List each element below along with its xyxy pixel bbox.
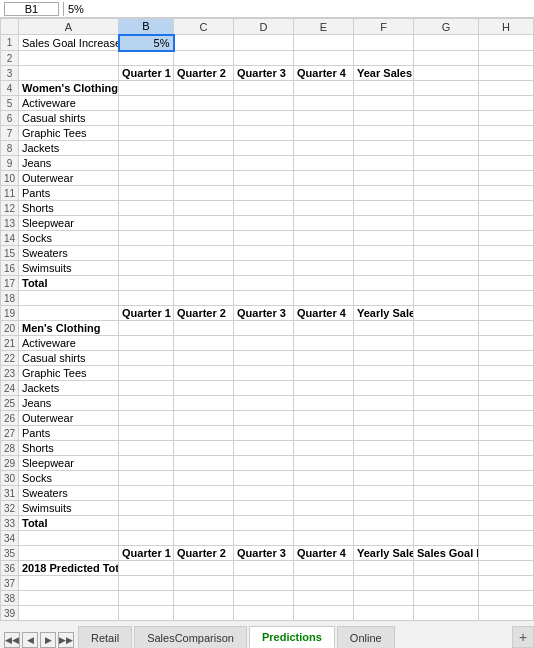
cell-35-2[interactable]: Quarter 2 [174, 546, 234, 561]
cell-30-0[interactable]: Socks [19, 471, 119, 486]
cell-15-1[interactable] [119, 246, 174, 261]
cell-26-5[interactable] [354, 411, 414, 426]
cell-30-7[interactable] [479, 471, 534, 486]
cell-11-1[interactable] [119, 186, 174, 201]
cell-36-0[interactable]: 2018 Predicted Total [19, 561, 119, 576]
cell-15-3[interactable] [234, 246, 294, 261]
cell-17-4[interactable] [294, 276, 354, 291]
cell-32-1[interactable] [119, 501, 174, 516]
cell-39-0[interactable] [19, 606, 119, 621]
cell-25-5[interactable] [354, 396, 414, 411]
cell-5-2[interactable] [174, 96, 234, 111]
cell-31-5[interactable] [354, 486, 414, 501]
cell-7-5[interactable] [354, 126, 414, 141]
cell-21-5[interactable] [354, 336, 414, 351]
cell-39-7[interactable] [479, 606, 534, 621]
cell-18-2[interactable] [174, 291, 234, 306]
cell-19-7[interactable] [479, 306, 534, 321]
cell-26-2[interactable] [174, 411, 234, 426]
cell-27-1[interactable] [119, 426, 174, 441]
col-header-g[interactable]: G [414, 19, 479, 35]
cell-19-0[interactable] [19, 306, 119, 321]
cell-22-4[interactable] [294, 351, 354, 366]
cell-38-2[interactable] [174, 591, 234, 606]
cell-19-4[interactable]: Quarter 4 [294, 306, 354, 321]
cell-12-0[interactable]: Shorts [19, 201, 119, 216]
cell-11-5[interactable] [354, 186, 414, 201]
cell-32-6[interactable] [414, 501, 479, 516]
cell-17-1[interactable] [119, 276, 174, 291]
cell-24-5[interactable] [354, 381, 414, 396]
cell-30-1[interactable] [119, 471, 174, 486]
cell-24-3[interactable] [234, 381, 294, 396]
cell-37-6[interactable] [414, 576, 479, 591]
cell-33-6[interactable] [414, 516, 479, 531]
cell-30-4[interactable] [294, 471, 354, 486]
cell-4-3[interactable] [234, 81, 294, 96]
cell-38-5[interactable] [354, 591, 414, 606]
cell-35-0[interactable] [19, 546, 119, 561]
cell-29-1[interactable] [119, 456, 174, 471]
cell-28-1[interactable] [119, 441, 174, 456]
cell-28-3[interactable] [234, 441, 294, 456]
cell-10-7[interactable] [479, 171, 534, 186]
cell-37-3[interactable] [234, 576, 294, 591]
cell-29-3[interactable] [234, 456, 294, 471]
cell-35-4[interactable]: Quarter 4 [294, 546, 354, 561]
tab-predictions[interactable]: Predictions [249, 626, 335, 648]
cell-4-4[interactable] [294, 81, 354, 96]
cell-4-1[interactable] [119, 81, 174, 96]
cell-14-2[interactable] [174, 231, 234, 246]
cell-29-7[interactable] [479, 456, 534, 471]
cell-3-4[interactable]: Quarter 4 [294, 66, 354, 81]
cell-9-5[interactable] [354, 156, 414, 171]
cell-25-1[interactable] [119, 396, 174, 411]
cell-9-0[interactable]: Jeans [19, 156, 119, 171]
cell-2-6[interactable] [414, 51, 479, 66]
cell-30-2[interactable] [174, 471, 234, 486]
cell-10-1[interactable] [119, 171, 174, 186]
cell-18-1[interactable] [119, 291, 174, 306]
cell-16-1[interactable] [119, 261, 174, 276]
cell-9-2[interactable] [174, 156, 234, 171]
cell-19-2[interactable]: Quarter 2 [174, 306, 234, 321]
cell-12-3[interactable] [234, 201, 294, 216]
cell-36-3[interactable] [234, 561, 294, 576]
cell-15-7[interactable] [479, 246, 534, 261]
tab-salescomparison[interactable]: SalesComparison [134, 626, 247, 648]
cell-7-3[interactable] [234, 126, 294, 141]
cell-35-1[interactable]: Quarter 1 [119, 546, 174, 561]
cell-22-5[interactable] [354, 351, 414, 366]
cell-4-2[interactable] [174, 81, 234, 96]
cell-37-1[interactable] [119, 576, 174, 591]
cell-23-1[interactable] [119, 366, 174, 381]
cell-14-4[interactable] [294, 231, 354, 246]
cell-13-3[interactable] [234, 216, 294, 231]
cell-1-0[interactable]: Sales Goal Increase for 2019 [19, 35, 119, 51]
cell-31-7[interactable] [479, 486, 534, 501]
cell-34-5[interactable] [354, 531, 414, 546]
cell-14-0[interactable]: Socks [19, 231, 119, 246]
tab-retail[interactable]: Retail [78, 626, 132, 648]
cell-3-0[interactable] [19, 66, 119, 81]
cell-4-5[interactable] [354, 81, 414, 96]
cell-12-1[interactable] [119, 201, 174, 216]
cell-31-0[interactable]: Sweaters [19, 486, 119, 501]
cell-2-3[interactable] [234, 51, 294, 66]
cell-23-3[interactable] [234, 366, 294, 381]
cell-35-5[interactable]: Yearly Sales [354, 546, 414, 561]
cell-21-6[interactable] [414, 336, 479, 351]
cell-18-4[interactable] [294, 291, 354, 306]
cell-1-6[interactable] [414, 35, 479, 51]
tab-nav-last[interactable]: ▶▶ [58, 632, 74, 648]
cell-21-3[interactable] [234, 336, 294, 351]
cell-24-7[interactable] [479, 381, 534, 396]
cell-34-4[interactable] [294, 531, 354, 546]
cell-9-4[interactable] [294, 156, 354, 171]
cell-12-6[interactable] [414, 201, 479, 216]
cell-35-7[interactable] [479, 546, 534, 561]
cell-34-3[interactable] [234, 531, 294, 546]
cell-34-2[interactable] [174, 531, 234, 546]
cell-28-6[interactable] [414, 441, 479, 456]
cell-19-3[interactable]: Quarter 3 [234, 306, 294, 321]
